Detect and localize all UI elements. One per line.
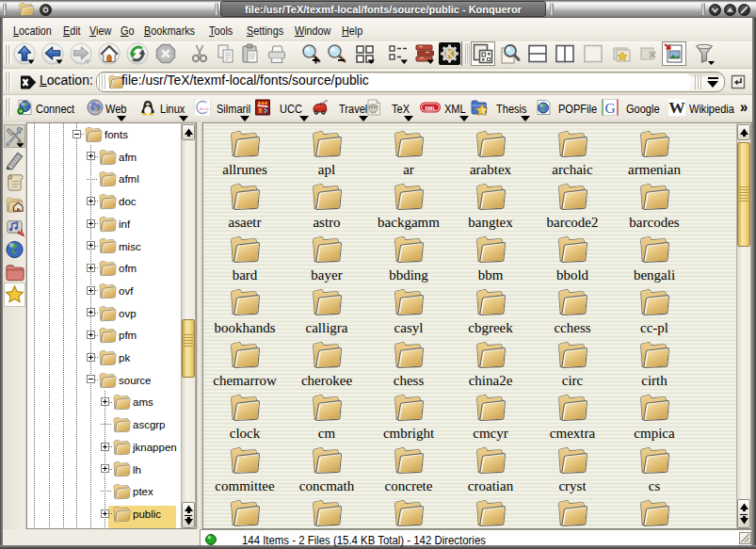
svg-text:K: K [446,48,454,59]
svg-text:W: W [668,99,685,116]
svg-text:Aisuk: Aisuk [200,106,209,111]
svg-text:XML: XML [425,105,436,111]
svg-text:G: G [604,100,615,116]
